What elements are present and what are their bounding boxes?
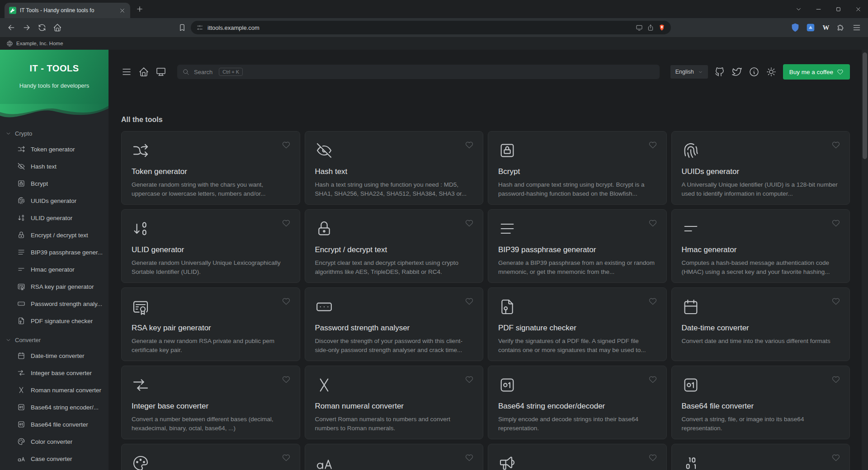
sidebar-brand[interactable]: IT - TOOLS Handy tools for developers bbox=[0, 50, 108, 123]
about-info-icon[interactable] bbox=[749, 66, 760, 77]
tool-card[interactable]: Base64 file converter Convert a string, … bbox=[671, 366, 850, 439]
sidebar-item[interactable]: PDF signature checker bbox=[0, 312, 108, 329]
favorite-heart-icon[interactable] bbox=[831, 297, 840, 306]
back-button[interactable] bbox=[5, 21, 18, 34]
tool-card[interactable] bbox=[488, 444, 667, 470]
display-icon[interactable] bbox=[156, 66, 166, 77]
tool-card[interactable]: RSA key pair generator Generate a new ra… bbox=[121, 287, 300, 361]
tool-card[interactable]: Integer base converter Convert a number … bbox=[121, 366, 300, 439]
extension-shield-icon[interactable] bbox=[790, 23, 800, 33]
search-input[interactable]: Search Ctrl + K bbox=[177, 65, 660, 79]
favorite-heart-icon[interactable] bbox=[282, 219, 291, 228]
tool-card[interactable] bbox=[121, 444, 300, 470]
sidebar-item[interactable]: BIP39 passphrase gener... bbox=[0, 244, 108, 261]
url-text[interactable]: ittools.example.com bbox=[208, 24, 632, 31]
new-tab-button[interactable] bbox=[134, 3, 146, 15]
screen-share-icon[interactable] bbox=[636, 24, 643, 31]
bookmark-item[interactable]: Example, Inc. Home bbox=[6, 40, 63, 47]
sidebar-item[interactable]: Integer base converter bbox=[0, 364, 108, 381]
github-icon[interactable] bbox=[714, 66, 725, 77]
extension-wikipedia-icon[interactable]: W bbox=[821, 23, 831, 33]
sidebar-section-header[interactable]: Crypto bbox=[0, 123, 108, 141]
favorite-heart-icon[interactable] bbox=[465, 453, 474, 462]
favorite-heart-icon[interactable] bbox=[282, 453, 291, 462]
browser-menu-icon[interactable] bbox=[850, 21, 863, 34]
tool-card[interactable]: Encrypt / decrypt text Encrypt clear tex… bbox=[305, 209, 484, 283]
tool-card[interactable]: Bcrypt Hash and compare text string usin… bbox=[488, 131, 667, 205]
sidebar-item[interactable]: Encrypt / decrypt text bbox=[0, 226, 108, 244]
tool-card[interactable]: Roman numeral converter Convert Roman nu… bbox=[305, 366, 484, 439]
browser-home-button[interactable] bbox=[51, 21, 64, 34]
sidebar-item[interactable]: Color converter bbox=[0, 433, 108, 450]
favorite-heart-icon[interactable] bbox=[282, 141, 291, 150]
sidebar-item[interactable]: Token generator bbox=[0, 141, 108, 158]
scrollbar-track[interactable] bbox=[862, 50, 868, 470]
tool-card[interactable]: UUIDs generator A Universally Unique Ide… bbox=[671, 131, 850, 205]
window-minimize-button[interactable] bbox=[808, 0, 828, 18]
tool-description: Hash a text string using the function yo… bbox=[315, 180, 473, 198]
sidebar-item[interactable]: Hash text bbox=[0, 158, 108, 175]
sidebar-item[interactable]: Roman numeral converter bbox=[0, 381, 108, 399]
favorite-heart-icon[interactable] bbox=[465, 141, 474, 150]
favorite-heart-icon[interactable] bbox=[831, 219, 840, 228]
sidebar-item[interactable]: Date-time converter bbox=[0, 347, 108, 364]
extension-puzzle-icon[interactable] bbox=[836, 23, 846, 33]
brave-shield-icon[interactable] bbox=[658, 24, 665, 31]
favorite-heart-icon[interactable] bbox=[465, 219, 474, 228]
tool-description: Encrypt clear text and decrypt ciphertex… bbox=[315, 258, 473, 276]
twitter-icon[interactable] bbox=[731, 66, 742, 77]
scrollbar-thumb[interactable] bbox=[863, 52, 867, 159]
tool-card[interactable] bbox=[305, 444, 484, 470]
favorite-heart-icon[interactable] bbox=[648, 219, 657, 228]
favorite-heart-icon[interactable] bbox=[465, 297, 474, 306]
tool-card[interactable] bbox=[671, 444, 850, 470]
share-icon[interactable] bbox=[647, 24, 654, 31]
sidebar-item[interactable]: Base64 string encoder/... bbox=[0, 399, 108, 416]
sidebar-item[interactable]: ULID generator bbox=[0, 209, 108, 226]
tool-card[interactable]: Base64 string encoder/decoder Simply enc… bbox=[488, 366, 667, 439]
sidebar-item[interactable]: Base64 file converter bbox=[0, 416, 108, 433]
favorite-heart-icon[interactable] bbox=[465, 375, 474, 384]
sidebar-item[interactable]: Password strength analy... bbox=[0, 295, 108, 312]
favorite-heart-icon[interactable] bbox=[282, 297, 291, 306]
favorite-heart-icon[interactable] bbox=[831, 141, 840, 150]
tool-card[interactable]: BIP39 passphrase generator Generate a BI… bbox=[488, 209, 667, 283]
sidebar-toggle-icon[interactable] bbox=[121, 66, 132, 77]
tool-card[interactable]: Password strength analyser Discover the … bbox=[305, 287, 484, 361]
sidebar-item[interactable]: UUIDs generator bbox=[0, 192, 108, 209]
window-maximize-button[interactable] bbox=[828, 0, 848, 18]
tool-card[interactable]: Date-time converter Convert date and tim… bbox=[671, 287, 850, 361]
sidebar-item-label: Color converter bbox=[31, 438, 72, 445]
bookmark-page-icon[interactable] bbox=[175, 21, 189, 34]
app-home-icon[interactable] bbox=[138, 66, 149, 77]
forward-button[interactable] bbox=[20, 21, 33, 34]
tab-search-button[interactable] bbox=[788, 0, 808, 18]
theme-toggle-sun-icon[interactable] bbox=[766, 66, 777, 77]
tool-card[interactable]: Token generator Generate random string w… bbox=[121, 131, 300, 205]
address-bar[interactable]: ittools.example.com bbox=[191, 21, 671, 34]
sidebar-item[interactable]: Case converter bbox=[0, 450, 108, 467]
extension-blue-icon[interactable] bbox=[806, 23, 816, 33]
sidebar-item[interactable]: RSA key pair generator bbox=[0, 278, 108, 295]
sidebar-item[interactable]: Bcrypt bbox=[0, 175, 108, 192]
tool-card[interactable]: Hmac generator Computes a hash-based mes… bbox=[671, 209, 850, 283]
window-close-button[interactable] bbox=[848, 0, 868, 18]
favorite-heart-icon[interactable] bbox=[648, 297, 657, 306]
reload-button[interactable] bbox=[35, 21, 49, 34]
tab-close-icon[interactable] bbox=[119, 7, 126, 14]
tool-card[interactable]: ULID generator Generate random Universal… bbox=[121, 209, 300, 283]
tool-card[interactable]: PDF signature checker Verify the signatu… bbox=[488, 287, 667, 361]
favorite-heart-icon[interactable] bbox=[648, 375, 657, 384]
favorite-heart-icon[interactable] bbox=[831, 375, 840, 384]
sidebar-section-header[interactable]: Converter bbox=[0, 329, 108, 347]
tool-card[interactable]: Hash text Hash a text string using the f… bbox=[305, 131, 484, 205]
favorite-heart-icon[interactable] bbox=[831, 453, 840, 462]
browser-tab[interactable]: IT Tools - Handy online tools fo bbox=[5, 3, 130, 18]
favorite-heart-icon[interactable] bbox=[648, 141, 657, 150]
buy-me-a-coffee-button[interactable]: Buy me a coffee bbox=[783, 64, 850, 80]
favorite-heart-icon[interactable] bbox=[648, 453, 657, 462]
language-select[interactable]: English bbox=[670, 65, 708, 79]
favorite-heart-icon[interactable] bbox=[282, 375, 291, 384]
sidebar-item[interactable]: Hmac generator bbox=[0, 261, 108, 278]
site-settings-icon[interactable] bbox=[196, 24, 203, 31]
